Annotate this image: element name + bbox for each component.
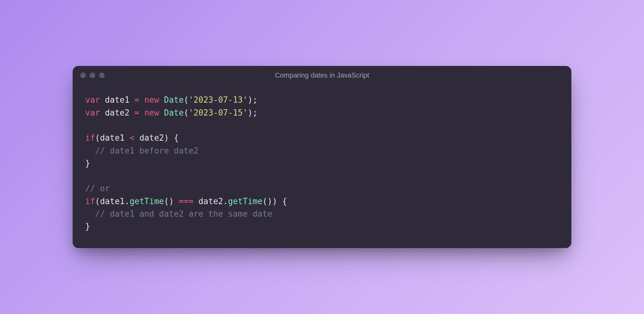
code-token: )	[164, 133, 169, 143]
code-block: var date1 = new Date('2023-07-13'); var …	[73, 85, 571, 248]
code-token: // or	[85, 184, 110, 193]
code-token: date1	[100, 133, 125, 143]
code-token: {	[282, 197, 287, 206]
code-token: }	[85, 159, 90, 168]
code-token: (	[263, 197, 268, 206]
close-icon[interactable]	[80, 73, 86, 78]
code-token: Date	[164, 95, 184, 105]
code-token: new	[144, 95, 159, 105]
code-token: =	[135, 95, 140, 105]
code-token: .	[125, 197, 130, 206]
code-token: if	[85, 133, 95, 143]
code-token: (	[95, 133, 100, 143]
code-token: (	[164, 197, 169, 206]
code-token: )	[267, 197, 272, 206]
code-token: (	[184, 108, 189, 117]
code-token: =	[135, 108, 140, 117]
code-token: .	[223, 197, 228, 206]
code-token: '2023-07-15'	[189, 108, 248, 117]
code-token: date2	[105, 108, 130, 117]
code-token: )	[272, 197, 277, 206]
code-token: )	[248, 95, 253, 105]
titlebar: Comparing dates in JavaScript	[73, 66, 571, 85]
code-token: var	[85, 95, 100, 105]
code-token: }	[85, 222, 90, 231]
code-token: ===	[179, 197, 193, 206]
code-token: date2	[198, 197, 223, 206]
code-token: Date	[164, 108, 184, 117]
code-token: (	[95, 197, 100, 206]
code-token: if	[85, 197, 95, 206]
code-token: date1	[105, 95, 130, 105]
code-token: // date1 and date2 are the same date	[95, 209, 272, 219]
minimize-icon[interactable]	[90, 73, 95, 78]
code-token: )	[169, 197, 174, 206]
code-token: date2	[139, 133, 164, 143]
code-token: new	[144, 108, 159, 117]
zoom-icon[interactable]	[99, 73, 105, 78]
code-token: <	[130, 133, 135, 143]
code-token: {	[174, 133, 179, 143]
code-token: getTime	[130, 197, 164, 206]
code-token: ;	[253, 108, 258, 117]
code-token: date1	[100, 197, 125, 206]
code-token: // date1 before date2	[95, 146, 198, 155]
code-token: ;	[253, 95, 258, 105]
traffic-lights	[80, 73, 105, 78]
code-token: (	[184, 95, 189, 105]
code-token: '2023-07-13'	[189, 95, 248, 105]
code-token: )	[248, 108, 253, 117]
code-token: var	[85, 108, 100, 117]
code-token: getTime	[228, 197, 263, 206]
code-window: Comparing dates in JavaScript var date1 …	[73, 66, 571, 248]
window-title: Comparing dates in JavaScript	[73, 71, 571, 79]
